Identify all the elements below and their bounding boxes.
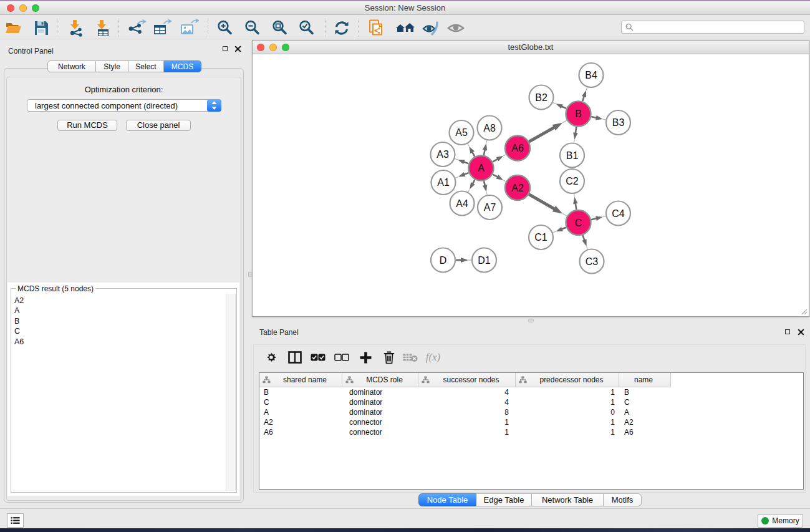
column-header-MCDS-role[interactable]: MCDS role <box>342 373 418 387</box>
zoom-out-icon[interactable] <box>242 18 263 38</box>
graph-node-B[interactable]: B <box>566 102 591 127</box>
table-row[interactable]: Adominator80A <box>259 407 803 417</box>
graph-node-A1[interactable]: A1 <box>432 170 456 195</box>
network-maximize-button[interactable] <box>282 44 289 51</box>
graph-node-D[interactable]: D <box>431 248 455 273</box>
unselect-all-columns-icon[interactable] <box>332 348 351 367</box>
export-table-icon[interactable] <box>152 18 173 38</box>
zoom-fit-icon[interactable] <box>269 18 291 38</box>
open-session-icon[interactable] <box>3 18 24 38</box>
column-header-name[interactable]: name <box>619 373 671 387</box>
table-float-panel-icon[interactable] <box>785 329 790 334</box>
graph-node-B4[interactable]: B4 <box>579 63 604 87</box>
close-window-button[interactable] <box>7 4 14 12</box>
graph-node-C3[interactable]: C3 <box>580 249 604 274</box>
graph-node-C4[interactable]: C4 <box>606 201 630 226</box>
table-cell: A2 <box>619 417 671 427</box>
table-cell: C <box>619 397 671 407</box>
mcds-result-item[interactable]: A6 <box>14 337 223 347</box>
column-header-predecessor-nodes[interactable]: predecessor nodes <box>516 373 619 387</box>
graph-node-C[interactable]: C <box>566 210 591 235</box>
task-history-button[interactable] <box>7 513 24 528</box>
graph-node-B2[interactable]: B2 <box>529 85 554 110</box>
memory-button[interactable]: Memory <box>758 514 803 528</box>
export-network-icon[interactable] <box>126 18 147 38</box>
network-close-button[interactable] <box>257 44 264 51</box>
tab-node-table[interactable]: Node Table <box>418 493 476 506</box>
svg-text:f(x): f(x) <box>426 351 441 363</box>
tab-motifs[interactable]: Motifs <box>604 493 642 506</box>
maximize-window-button[interactable] <box>32 4 39 12</box>
table-row[interactable]: Bdominator41B <box>259 387 803 397</box>
graph-node-A5[interactable]: A5 <box>450 120 474 145</box>
table-cell: 1 <box>516 387 619 397</box>
tab-edge-table[interactable]: Edge Table <box>476 493 532 506</box>
tab-network[interactable]: Network <box>47 60 96 72</box>
resize-grip-icon[interactable] <box>800 307 808 315</box>
add-column-icon[interactable] <box>356 348 375 367</box>
zoom-in-icon[interactable] <box>215 18 236 38</box>
table-row[interactable]: A6connector11A6 <box>259 427 803 437</box>
duplicate-network-icon[interactable] <box>366 18 387 38</box>
desktop-wallpaper-bottom <box>0 528 810 532</box>
tab-network-table[interactable]: Network Table <box>532 493 604 506</box>
graph-node-B3[interactable]: B3 <box>606 110 630 135</box>
column-header-successor-nodes[interactable]: successor nodes <box>418 373 516 387</box>
close-panel-button[interactable]: Close panel <box>126 120 191 131</box>
table-cell: 1 <box>516 397 619 407</box>
graph-node-B1[interactable]: B1 <box>560 143 584 168</box>
criterion-dropdown[interactable]: largest connected component (directed) <box>27 99 221 112</box>
import-table-icon[interactable] <box>92 18 113 38</box>
table-close-panel-icon[interactable] <box>798 329 804 336</box>
svg-text:D1: D1 <box>478 255 491 266</box>
graph-node-A4[interactable]: A4 <box>450 191 475 216</box>
delete-column-icon[interactable] <box>380 348 398 367</box>
result-list-scrollbar[interactable] <box>226 294 236 491</box>
mcds-result-item[interactable]: B <box>14 316 223 326</box>
network-view-window: testGlobe.txt B4B2BB3A8A5A6A3B1AC2A1A2A4… <box>252 40 809 317</box>
table-row[interactable]: A2connector11A2 <box>259 417 803 427</box>
tab-mcds[interactable]: MCDS <box>164 60 201 72</box>
column-header-label: MCDS role <box>354 375 418 384</box>
show-all-networks-icon[interactable] <box>395 18 416 38</box>
float-panel-icon[interactable] <box>223 46 228 51</box>
horizontal-splitter-grip[interactable] <box>528 319 534 322</box>
graph-node-C1[interactable]: C1 <box>529 225 553 249</box>
graph-node-A3[interactable]: A3 <box>431 142 455 167</box>
tab-select[interactable]: Select <box>128 60 164 72</box>
hide-details-icon[interactable] <box>421 18 442 38</box>
mcds-result-item[interactable]: A <box>14 306 223 316</box>
search-input[interactable] <box>621 21 804 34</box>
vertical-splitter-grip[interactable] <box>248 272 252 277</box>
save-session-icon[interactable] <box>31 18 52 38</box>
import-network-icon[interactable] <box>65 18 87 38</box>
table-panel-tabs: Node TableEdge TableNetwork TableMotifs <box>418 493 642 506</box>
graph-node-A[interactable]: A <box>469 156 494 181</box>
close-panel-icon[interactable] <box>234 46 241 52</box>
mcds-result-list[interactable]: A2ABCA6 <box>14 296 223 491</box>
graph-node-A6[interactable]: A6 <box>505 136 530 161</box>
table-settings-gear-icon[interactable] <box>262 348 281 367</box>
refresh-icon[interactable] <box>331 18 352 38</box>
network-minimize-button[interactable] <box>269 44 277 51</box>
graph-node-C2[interactable]: C2 <box>560 169 584 193</box>
graph-node-A7[interactable]: A7 <box>478 195 502 220</box>
graph-node-A2[interactable]: A2 <box>505 175 530 200</box>
mcds-result-item[interactable]: A2 <box>14 296 223 306</box>
split-view-icon[interactable] <box>286 348 304 367</box>
show-details-icon[interactable] <box>445 18 466 38</box>
network-graph-canvas[interactable]: B4B2BB3A8A5A6A3B1AC2A1A2A4A7C4CC1C3DD1 <box>253 54 809 316</box>
memory-status-dot <box>761 517 769 525</box>
minimize-window-button[interactable] <box>19 4 27 12</box>
graph-node-A8[interactable]: A8 <box>478 116 502 140</box>
table-cell: 4 <box>418 397 516 407</box>
select-all-columns-icon[interactable] <box>309 348 327 367</box>
tab-style[interactable]: Style <box>96 60 128 72</box>
export-image-icon[interactable] <box>178 18 200 38</box>
table-row[interactable]: Cdominator41C <box>259 397 803 407</box>
run-mcds-button[interactable]: Run MCDS <box>57 120 117 131</box>
graph-node-D1[interactable]: D1 <box>472 248 496 273</box>
mcds-result-item[interactable]: C <box>14 326 223 336</box>
column-header-shared-name[interactable]: shared name <box>259 373 342 387</box>
zoom-selected-icon[interactable] <box>296 18 317 38</box>
